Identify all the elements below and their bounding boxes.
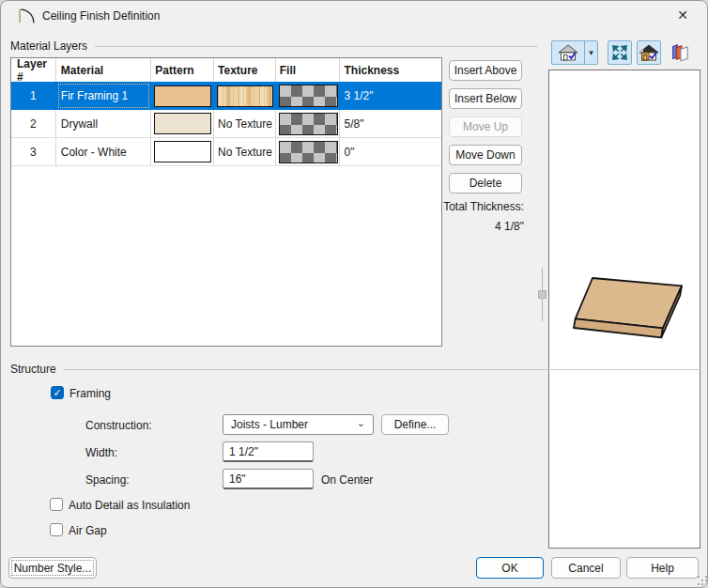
texture-swatch[interactable] — [217, 85, 273, 107]
fill-swatch[interactable] — [279, 113, 338, 135]
close-button[interactable]: ✕ — [666, 1, 700, 29]
pattern-swatch[interactable] — [154, 141, 211, 162]
insert-below-button[interactable]: Insert Below — [449, 88, 522, 109]
layer-number-cell[interactable]: 2 — [11, 110, 56, 137]
fill-cell[interactable] — [276, 82, 341, 110]
ok-button[interactable]: OK — [476, 557, 544, 579]
close-icon: ✕ — [677, 8, 688, 23]
column-header-thickness: Thickness — [340, 58, 441, 82]
insert-above-button[interactable]: Insert Above — [449, 60, 522, 81]
thickness-cell[interactable]: 5/8" — [340, 110, 441, 137]
layer-number-cell[interactable]: 1 — [11, 82, 56, 110]
auto-detail-label: Auto Detail as Insulation — [69, 499, 190, 512]
number-style-button[interactable]: Number Style... — [8, 557, 97, 579]
layer-number-cell[interactable]: 3 — [11, 138, 56, 165]
house-color-icon — [639, 43, 659, 62]
pattern-cell[interactable] — [151, 110, 214, 137]
preview-slab — [561, 262, 700, 341]
air-gap-label: Air Gap — [69, 524, 107, 537]
resize-grip[interactable] — [698, 576, 700, 578]
table-header-row: Layer # Material Pattern Texture Fill Th… — [11, 58, 441, 82]
window-title: Ceiling Finish Definition — [42, 9, 160, 23]
auto-detail-checkbox[interactable] — [50, 498, 63, 511]
thickness-cell[interactable]: 0" — [340, 138, 441, 165]
on-center-label: On Center — [321, 473, 373, 487]
pattern-cell[interactable] — [151, 82, 214, 110]
fill-swatch[interactable] — [279, 85, 338, 107]
framing-label: Framing — [69, 387, 111, 400]
pattern-swatch[interactable] — [154, 113, 211, 134]
delete-button[interactable]: Delete — [449, 173, 522, 193]
fill-swatch[interactable] — [279, 141, 338, 163]
help-button[interactable]: Help — [626, 557, 699, 579]
construction-label: Construction: — [85, 419, 152, 432]
construction-select[interactable]: Joists - Lumber ⌄ — [223, 414, 374, 435]
material-layers-group-label: Material Layers — [10, 39, 538, 53]
material-cell[interactable]: Color - White — [56, 138, 152, 165]
plan-materials-button[interactable] — [668, 40, 692, 65]
pattern-cell[interactable] — [151, 138, 214, 165]
move-up-button[interactable]: Move Up — [449, 116, 522, 137]
layered-panels-icon — [670, 42, 690, 63]
column-header-pattern: Pattern — [151, 58, 214, 82]
air-gap-checkbox[interactable] — [50, 523, 63, 536]
color-on-off-button[interactable] — [637, 40, 661, 65]
width-label: Width: — [85, 446, 117, 459]
column-header-texture: Texture — [214, 58, 276, 82]
standard-view-button[interactable]: ▾ — [551, 40, 598, 65]
table-row[interactable]: 1 Fir Framing 1 3 1/2" — [11, 82, 441, 110]
pattern-swatch[interactable] — [154, 85, 211, 107]
width-input[interactable] — [223, 441, 314, 462]
check-icon: ✓ — [53, 388, 61, 398]
group-rule — [95, 46, 538, 47]
material-cell[interactable]: Drywall — [56, 110, 152, 137]
cancel-button[interactable]: Cancel — [551, 557, 621, 579]
thickness-cell[interactable]: 3 1/2" — [340, 82, 441, 110]
chevron-down-icon: ⌄ — [357, 417, 365, 429]
column-header-material: Material — [56, 58, 152, 82]
framing-checkbox[interactable]: ✓ — [51, 386, 64, 399]
expand-arrows-icon — [610, 43, 629, 62]
view-dropdown-arrow-icon[interactable]: ▾ — [584, 41, 597, 64]
texture-cell[interactable]: No Texture — [214, 138, 276, 165]
column-header-layer-number: Layer # — [11, 58, 56, 82]
ceiling-finish-definition-dialog: Ceiling Finish Definition ✕ Material Lay… — [0, 0, 708, 588]
move-down-button[interactable]: Move Down — [449, 145, 522, 165]
define-button[interactable]: Define... — [381, 414, 449, 435]
material-layers-table[interactable]: Layer # Material Pattern Texture Fill Th… — [10, 57, 442, 347]
texture-cell[interactable]: No Texture — [214, 110, 276, 137]
group-rule — [64, 369, 701, 370]
house-check-icon — [558, 43, 578, 62]
construction-value: Joists - Lumber — [231, 418, 308, 431]
spacing-input[interactable] — [223, 469, 314, 489]
structure-group-label: Structure — [10, 363, 701, 376]
ceiling-icon — [18, 8, 35, 24]
title-bar: Ceiling Finish Definition ✕ — [1, 1, 707, 31]
material-cell[interactable]: Fir Framing 1 — [56, 82, 152, 110]
fill-cell[interactable] — [276, 110, 341, 137]
table-row[interactable]: 3 Color - White No Texture 0" — [11, 138, 441, 166]
texture-cell[interactable] — [214, 82, 276, 110]
table-row[interactable]: 2 Drywall No Texture 5/8" — [11, 110, 441, 138]
splitter-handle[interactable] — [538, 290, 546, 299]
fill-cell[interactable] — [276, 138, 341, 165]
column-header-fill: Fill — [276, 58, 341, 82]
total-thickness-label: Total Thickness: — [439, 200, 524, 213]
total-thickness-value: 4 1/8" — [439, 220, 524, 233]
spacing-label: Spacing: — [85, 473, 130, 487]
fill-window-button[interactable] — [608, 40, 632, 65]
